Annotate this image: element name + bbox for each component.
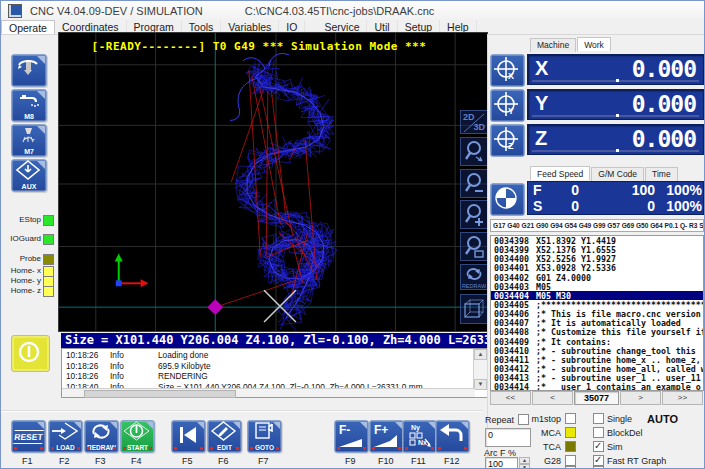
rewind-icon bbox=[172, 421, 203, 449]
back-button[interactable] bbox=[435, 420, 470, 453]
feed-reset-button[interactable] bbox=[490, 183, 525, 216]
edit-diamond-icon bbox=[208, 421, 239, 441]
zoom-in-button[interactable] bbox=[460, 200, 488, 229]
log-horizontal-scrollbar[interactable] bbox=[62, 388, 475, 397]
line-number-field[interactable]: 35077 bbox=[574, 391, 619, 405]
zoom-extents-button[interactable] bbox=[460, 137, 488, 166]
dro-y-value: 0.000 bbox=[632, 91, 696, 117]
speed-programmed: 0 bbox=[579, 198, 655, 214]
size-summary-bar: Size = X101.440 Y206.004 Z4.100, Zl=-0.1… bbox=[61, 333, 488, 348]
redraw-button[interactable]: REDRAW bbox=[84, 420, 119, 453]
dro-y-axis-letter: Y bbox=[535, 92, 548, 115]
repeat-count-field[interactable]: 0 bbox=[485, 428, 531, 447]
goto-next-button[interactable]: > bbox=[620, 391, 661, 405]
scroll-thumb[interactable] bbox=[84, 390, 236, 398]
zoom-window-button[interactable] bbox=[460, 232, 488, 261]
log-message: Loading done bbox=[158, 350, 208, 360]
fkey-label-f6: F6 bbox=[218, 456, 229, 466]
aux-button[interactable]: AUX bbox=[11, 159, 47, 192]
mist-m7-button[interactable]: M7 bbox=[11, 124, 47, 157]
fkey-label-f11: F11 bbox=[411, 456, 426, 466]
line-text: ;* - subroutine user_1 .. user_11 bbox=[536, 373, 701, 382]
zero-z-button[interactable]: Z bbox=[490, 124, 525, 157]
zoom-out-button[interactable] bbox=[460, 169, 488, 198]
blockdel-checkbox[interactable] bbox=[593, 427, 604, 438]
line-text: X51.8392 Y1.4419 bbox=[536, 236, 616, 245]
program-line[interactable]: 0034412;* - subroutine home_all, called … bbox=[491, 364, 703, 373]
program-line[interactable]: 0034400X52.5256 Y1.9927 bbox=[491, 254, 703, 263]
goto-prev-button[interactable]: < bbox=[532, 391, 573, 405]
increasing-wedge-icon bbox=[370, 421, 401, 450]
graphics-viewport[interactable]: [-READY--------] T0 G49 *** Simulation M… bbox=[58, 32, 488, 332]
program-line[interactable]: 0034402G01 Z4.0000 bbox=[491, 273, 703, 282]
program-line[interactable]: 0034409;* It contains: bbox=[491, 337, 703, 346]
sim-checkbox[interactable] bbox=[593, 441, 604, 452]
program-line[interactable]: 0034398X51.8392 Y1.4419 bbox=[491, 236, 703, 245]
m1stop-checkbox[interactable] bbox=[565, 413, 576, 424]
view-2d3d-toggle-button[interactable]: 2D 3D bbox=[460, 110, 488, 134]
program-line[interactable]: 0034406;* This is file macro.cnc version bbox=[491, 309, 703, 318]
tab-gm-code[interactable]: G/M Code bbox=[591, 167, 644, 181]
edit-button[interactable]: EDIT bbox=[207, 420, 242, 453]
load-button[interactable]: LOAD bbox=[48, 420, 83, 453]
array-nesting-button[interactable]: Ny Nx bbox=[402, 420, 437, 453]
zero-y-button[interactable]: Y bbox=[490, 89, 525, 122]
program-line[interactable]: 0034407;* It is automatically loaded bbox=[491, 318, 703, 327]
line-number: 0034406 bbox=[491, 309, 536, 318]
spindle-toggle-button[interactable] bbox=[11, 54, 47, 87]
program-listing[interactable]: 0034398X51.8392 Y1.4419 0034399X52.1376 … bbox=[490, 235, 704, 391]
scroll-down-arrow[interactable]: ▼ bbox=[474, 379, 487, 390]
log-vertical-scrollbar[interactable]: ▲ ▼ bbox=[473, 349, 487, 390]
tab-machine[interactable]: Machine bbox=[530, 38, 576, 52]
dro-x: X 0.000 bbox=[527, 54, 704, 85]
coordinate-tabs: Machine Work bbox=[530, 38, 612, 52]
program-line[interactable]: 0034399X52.1376 Y1.6555 bbox=[491, 245, 703, 254]
program-line[interactable]: 0034405;********************************… bbox=[491, 300, 703, 309]
single-checkbox[interactable] bbox=[593, 413, 604, 424]
program-line[interactable]: 0034413;* - subroutine user_1 .. user_11 bbox=[491, 373, 703, 382]
array-ny-nx-icon: Ny Nx bbox=[403, 421, 434, 450]
feed-minus-button[interactable]: F- bbox=[334, 420, 369, 453]
zoom-window-icon bbox=[463, 234, 485, 258]
redraw-view-button[interactable]: REDRAW bbox=[460, 264, 488, 290]
program-line[interactable]: 0034411;* - subroutine home_x .. home_z, bbox=[491, 355, 703, 364]
program-line[interactable]: 0034408;* Customize this file yourself i… bbox=[491, 327, 703, 336]
home-y-status-row: Home- y bbox=[1, 276, 58, 286]
program-line[interactable]: 0034410;* - subroutine change_tool this bbox=[491, 346, 703, 355]
line-number: 0034399 bbox=[491, 245, 536, 254]
redraw-arrows-icon bbox=[85, 421, 116, 441]
button-status-dots bbox=[210, 447, 213, 450]
program-line[interactable]: 0034403M05 bbox=[491, 282, 703, 291]
rewind-button[interactable] bbox=[171, 420, 206, 453]
log-level: Info bbox=[110, 350, 124, 360]
goto-last-button[interactable]: >> bbox=[662, 391, 703, 405]
feed-plus-button[interactable]: F+ bbox=[369, 420, 404, 453]
tab-work[interactable]: Work bbox=[577, 37, 611, 51]
speed-row: S 0 0 100% bbox=[528, 198, 703, 214]
scroll-up-arrow[interactable]: ▲ bbox=[474, 349, 487, 360]
mca-led bbox=[565, 427, 576, 438]
tab-time[interactable]: Time bbox=[645, 167, 678, 181]
program-line[interactable]: 0034401X53.0928 Y2.5336 bbox=[491, 263, 703, 272]
feed-speed-display: F 0 100 100% S 0 0 100% bbox=[527, 181, 704, 215]
g28-checkbox[interactable] bbox=[565, 455, 576, 466]
repeat-label: Repeat bbox=[485, 415, 514, 425]
tab-feed-speed[interactable]: Feed Speed bbox=[530, 166, 590, 180]
line-number: 0034408 bbox=[491, 327, 536, 336]
program-line-current[interactable]: 0034404M05 M30 bbox=[491, 291, 703, 300]
goto-button[interactable]: GOTO bbox=[247, 420, 282, 453]
program-line[interactable]: 0034414;* user_1 contains an example o bbox=[491, 382, 703, 391]
coolant-m8-button[interactable]: M8 bbox=[11, 89, 47, 122]
fast-rt-graph-checkbox[interactable] bbox=[593, 455, 604, 466]
button-status-dots bbox=[372, 447, 375, 450]
perspective-view-button[interactable] bbox=[460, 294, 488, 324]
info-reset-button[interactable] bbox=[11, 335, 50, 372]
reset-button[interactable]: RESET bbox=[11, 420, 46, 453]
menu-tab-operate[interactable]: Operate bbox=[1, 20, 55, 34]
dro-x-value: 0.000 bbox=[632, 56, 696, 82]
start-button[interactable]: START bbox=[120, 420, 155, 453]
svg-text:X: X bbox=[508, 71, 514, 81]
goto-first-button[interactable]: << bbox=[490, 391, 531, 405]
arc-f-field[interactable]: 100 bbox=[485, 457, 518, 469]
zero-x-button[interactable]: X bbox=[490, 54, 525, 87]
